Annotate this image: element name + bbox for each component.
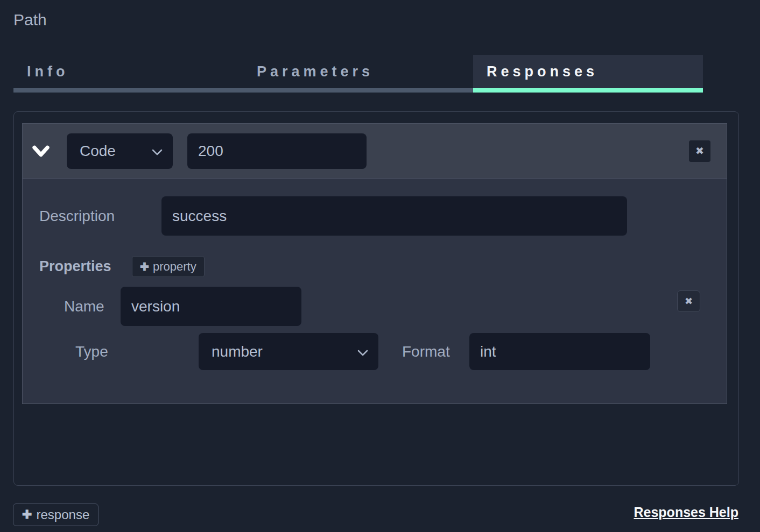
- add-response-button[interactable]: ✚ response: [13, 503, 98, 526]
- property-name-label: Name: [64, 287, 104, 326]
- close-icon: ✖: [695, 145, 704, 157]
- tab-info-label: Info: [27, 63, 68, 80]
- property-format-input[interactable]: [469, 333, 650, 370]
- plus-icon: ✚: [22, 508, 32, 522]
- property-type-select-value: number: [212, 343, 263, 360]
- close-icon: ✖: [685, 295, 693, 307]
- chevron-down-icon: [151, 143, 163, 160]
- add-response-label: response: [37, 507, 90, 522]
- chevron-down-icon: [357, 343, 369, 360]
- property-type-select[interactable]: number: [199, 333, 378, 370]
- code-type-select-value: Code: [80, 143, 116, 160]
- path-editor-screen: Path Info Parameters Responses Code: [0, 0, 760, 532]
- response-card: Code ✖ Description Properties ✚: [22, 123, 727, 404]
- remove-response-button[interactable]: ✖: [689, 140, 710, 162]
- property-type-label: Type: [75, 333, 108, 370]
- response-card-header: Code ✖: [23, 124, 727, 179]
- plus-icon: ✚: [140, 260, 149, 273]
- add-property-label: property: [153, 260, 196, 274]
- responses-panel: Code ✖ Description Properties ✚: [13, 111, 739, 486]
- add-property-button[interactable]: ✚ property: [132, 256, 205, 277]
- tab-bar: Info Parameters Responses: [13, 55, 703, 93]
- collapse-chevron-down-icon[interactable]: [32, 144, 51, 159]
- tab-responses[interactable]: Responses: [473, 55, 703, 93]
- page-title: Path: [13, 11, 47, 29]
- responses-help-link[interactable]: Responses Help: [634, 505, 738, 520]
- property-format-label: Format: [402, 333, 450, 370]
- response-card-body: Description Properties ✚ property Name ✖…: [23, 179, 727, 404]
- property-name-input[interactable]: [121, 287, 301, 326]
- tab-parameters[interactable]: Parameters: [243, 55, 473, 93]
- status-code-input[interactable]: [187, 133, 367, 169]
- description-input[interactable]: [161, 196, 627, 236]
- description-label: Description: [39, 196, 115, 236]
- code-type-select[interactable]: Code: [67, 133, 173, 169]
- remove-property-button[interactable]: ✖: [677, 290, 700, 312]
- tab-responses-label: Responses: [487, 63, 598, 80]
- tab-parameters-label: Parameters: [257, 63, 374, 80]
- properties-label: Properties: [39, 256, 111, 277]
- tab-info[interactable]: Info: [13, 55, 243, 93]
